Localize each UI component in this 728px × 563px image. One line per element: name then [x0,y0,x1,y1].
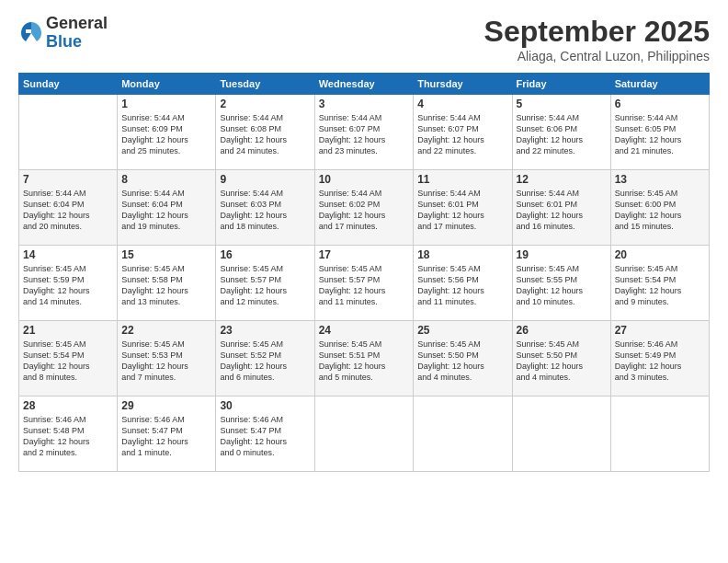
table-row [314,396,413,472]
table-row: 18Sunrise: 5:45 AM Sunset: 5:56 PM Dayli… [414,246,512,321]
logo: General Blue [18,15,108,52]
logo-text: General Blue [46,15,108,52]
day-number: 16 [220,248,310,261]
day-number: 11 [417,173,507,186]
day-info: Sunrise: 5:44 AM Sunset: 6:07 PM Dayligh… [319,112,409,157]
table-row: 30Sunrise: 5:46 AM Sunset: 5:47 PM Dayli… [216,396,314,472]
day-number: 18 [417,248,507,261]
day-number: 24 [319,324,409,337]
table-row: 9Sunrise: 5:44 AM Sunset: 6:03 PM Daylig… [216,170,314,246]
day-info: Sunrise: 5:44 AM Sunset: 6:05 PM Dayligh… [615,112,705,157]
day-info: Sunrise: 5:46 AM Sunset: 5:47 PM Dayligh… [220,414,310,459]
table-row: 1Sunrise: 5:44 AM Sunset: 6:09 PM Daylig… [118,95,216,170]
col-thursday: Thursday [414,74,512,95]
day-number: 15 [121,248,211,261]
page: General Blue September 2025 Aliaga, Cent… [0,0,728,481]
table-row: 7Sunrise: 5:44 AM Sunset: 6:04 PM Daylig… [19,170,118,246]
col-friday: Friday [512,74,610,95]
day-number: 14 [23,248,113,261]
day-info: Sunrise: 5:44 AM Sunset: 6:01 PM Dayligh… [517,188,607,233]
day-number: 5 [517,98,607,110]
table-row: 16Sunrise: 5:45 AM Sunset: 5:57 PM Dayli… [216,246,314,321]
col-tuesday: Tuesday [216,74,314,95]
day-number: 30 [220,399,310,412]
month-title: September 2025 [484,15,710,49]
day-info: Sunrise: 5:44 AM Sunset: 6:09 PM Dayligh… [121,112,211,157]
day-info: Sunrise: 5:45 AM Sunset: 6:00 PM Dayligh… [615,188,705,233]
day-number: 21 [23,324,113,337]
day-info: Sunrise: 5:45 AM Sunset: 5:57 PM Dayligh… [319,263,409,308]
table-row: 14Sunrise: 5:45 AM Sunset: 5:59 PM Dayli… [19,246,118,321]
table-row: 6Sunrise: 5:44 AM Sunset: 6:05 PM Daylig… [610,95,709,170]
day-info: Sunrise: 5:44 AM Sunset: 6:04 PM Dayligh… [121,188,211,233]
table-row: 23Sunrise: 5:45 AM Sunset: 5:52 PM Dayli… [216,321,314,396]
day-info: Sunrise: 5:44 AM Sunset: 6:07 PM Dayligh… [417,112,507,157]
table-row: 3Sunrise: 5:44 AM Sunset: 6:07 PM Daylig… [314,95,413,170]
day-number: 13 [615,173,705,186]
table-row: 25Sunrise: 5:45 AM Sunset: 5:50 PM Dayli… [414,321,512,396]
day-info: Sunrise: 5:44 AM Sunset: 6:08 PM Dayligh… [220,112,310,157]
day-number: 8 [121,173,211,186]
day-info: Sunrise: 5:45 AM Sunset: 5:51 PM Dayligh… [319,339,409,384]
day-info: Sunrise: 5:45 AM Sunset: 5:54 PM Dayligh… [615,263,705,308]
title-section: September 2025 Aliaga, Central Luzon, Ph… [484,15,710,63]
table-row [19,95,118,170]
day-info: Sunrise: 5:46 AM Sunset: 5:49 PM Dayligh… [615,339,705,384]
table-row: 11Sunrise: 5:44 AM Sunset: 6:01 PM Dayli… [414,170,512,246]
table-row: 29Sunrise: 5:46 AM Sunset: 5:47 PM Dayli… [118,396,216,472]
day-info: Sunrise: 5:45 AM Sunset: 5:58 PM Dayligh… [121,263,211,308]
day-number: 7 [23,173,113,186]
day-number: 25 [417,324,507,337]
calendar-week-row: 1Sunrise: 5:44 AM Sunset: 6:09 PM Daylig… [19,95,710,170]
day-number: 27 [615,324,705,337]
col-sunday: Sunday [19,74,118,95]
table-row: 13Sunrise: 5:45 AM Sunset: 6:00 PM Dayli… [610,170,709,246]
day-info: Sunrise: 5:46 AM Sunset: 5:48 PM Dayligh… [23,414,113,459]
table-row: 10Sunrise: 5:44 AM Sunset: 6:02 PM Dayli… [314,170,413,246]
header: General Blue September 2025 Aliaga, Cent… [18,15,710,63]
day-number: 10 [319,173,409,186]
table-row [414,396,512,472]
table-row: 8Sunrise: 5:44 AM Sunset: 6:04 PM Daylig… [118,170,216,246]
col-saturday: Saturday [610,74,709,95]
table-row: 27Sunrise: 5:46 AM Sunset: 5:49 PM Dayli… [610,321,709,396]
day-number: 1 [121,98,211,110]
day-info: Sunrise: 5:45 AM Sunset: 5:50 PM Dayligh… [417,339,507,384]
calendar: Sunday Monday Tuesday Wednesday Thursday… [18,73,710,472]
day-info: Sunrise: 5:44 AM Sunset: 6:04 PM Dayligh… [23,188,113,233]
day-info: Sunrise: 5:46 AM Sunset: 5:47 PM Dayligh… [121,414,211,459]
day-info: Sunrise: 5:45 AM Sunset: 5:57 PM Dayligh… [220,263,310,308]
col-wednesday: Wednesday [314,74,413,95]
day-number: 19 [517,248,607,261]
day-number: 3 [319,98,409,110]
day-info: Sunrise: 5:45 AM Sunset: 5:59 PM Dayligh… [23,263,113,308]
col-monday: Monday [118,74,216,95]
table-row: 24Sunrise: 5:45 AM Sunset: 5:51 PM Dayli… [314,321,413,396]
day-number: 4 [417,98,507,110]
location-title: Aliaga, Central Luzon, Philippines [484,49,710,63]
calendar-week-row: 7Sunrise: 5:44 AM Sunset: 6:04 PM Daylig… [19,170,710,246]
table-row: 5Sunrise: 5:44 AM Sunset: 6:06 PM Daylig… [512,95,610,170]
table-row [512,396,610,472]
table-row: 20Sunrise: 5:45 AM Sunset: 5:54 PM Dayli… [610,246,709,321]
day-number: 12 [517,173,607,186]
day-info: Sunrise: 5:44 AM Sunset: 6:01 PM Dayligh… [417,188,507,233]
table-row: 19Sunrise: 5:45 AM Sunset: 5:55 PM Dayli… [512,246,610,321]
day-info: Sunrise: 5:45 AM Sunset: 5:52 PM Dayligh… [220,339,310,384]
table-row: 28Sunrise: 5:46 AM Sunset: 5:48 PM Dayli… [19,396,118,472]
table-row: 15Sunrise: 5:45 AM Sunset: 5:58 PM Dayli… [118,246,216,321]
table-row: 22Sunrise: 5:45 AM Sunset: 5:53 PM Dayli… [118,321,216,396]
calendar-week-row: 14Sunrise: 5:45 AM Sunset: 5:59 PM Dayli… [19,246,710,321]
day-info: Sunrise: 5:44 AM Sunset: 6:02 PM Dayligh… [319,188,409,233]
table-row: 12Sunrise: 5:44 AM Sunset: 6:01 PM Dayli… [512,170,610,246]
day-info: Sunrise: 5:44 AM Sunset: 6:06 PM Dayligh… [517,112,607,157]
day-number: 20 [615,248,705,261]
day-number: 17 [319,248,409,261]
day-info: Sunrise: 5:45 AM Sunset: 5:53 PM Dayligh… [121,339,211,384]
day-number: 26 [517,324,607,337]
calendar-week-row: 28Sunrise: 5:46 AM Sunset: 5:48 PM Dayli… [19,396,710,472]
logo-icon [18,20,44,46]
table-row: 26Sunrise: 5:45 AM Sunset: 5:50 PM Dayli… [512,321,610,396]
day-number: 28 [23,399,113,412]
calendar-header-row: Sunday Monday Tuesday Wednesday Thursday… [19,74,710,95]
